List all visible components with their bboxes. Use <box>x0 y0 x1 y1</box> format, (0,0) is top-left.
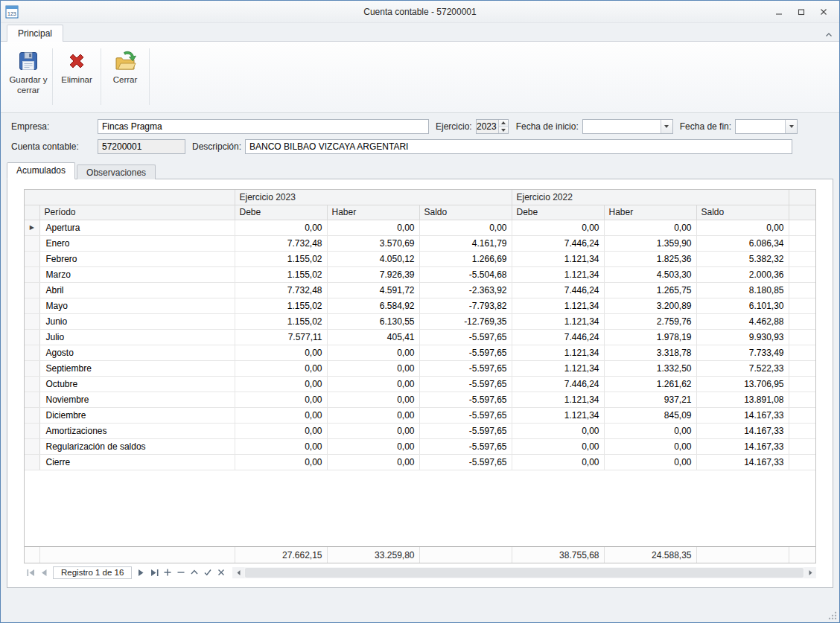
grid-row[interactable]: ▶Apertura0,000,000,000,000,000,00 <box>25 220 815 235</box>
value-cell[interactable]: 0,00 <box>327 423 419 438</box>
grid-row[interactable]: Febrero1.155,024.050,121.266,691.121,341… <box>25 251 815 266</box>
value-cell[interactable]: 7.446,24 <box>512 235 604 251</box>
value-cell[interactable]: 1.359,90 <box>604 235 696 251</box>
value-cell[interactable]: 0,00 <box>327 438 419 454</box>
cuenta-contable-input[interactable] <box>98 139 185 154</box>
value-cell[interactable]: 3.200,89 <box>604 298 696 313</box>
column-header-saldo-2022[interactable]: Saldo <box>696 205 789 220</box>
value-cell[interactable]: 0,00 <box>512 220 604 235</box>
period-cell[interactable]: Cierre <box>39 454 235 470</box>
grid-row[interactable]: Mayo1.155,026.584,92-7.793,821.121,343.2… <box>25 298 815 313</box>
value-cell[interactable]: 1.121,34 <box>512 298 604 313</box>
value-cell[interactable]: -5.597,65 <box>419 438 512 454</box>
value-cell[interactable]: 0,00 <box>235 345 327 360</box>
value-cell[interactable]: 0,00 <box>327 407 419 423</box>
value-cell[interactable]: 1.261,62 <box>604 376 696 392</box>
value-cell[interactable]: 405,41 <box>327 329 419 345</box>
save-and-close-button[interactable]: Guardar y cerrar <box>7 45 50 108</box>
period-cell[interactable]: Mayo <box>39 298 235 313</box>
value-cell[interactable]: 0,00 <box>235 360 327 376</box>
value-cell[interactable]: 845,09 <box>604 407 696 423</box>
value-cell[interactable]: 7.577,11 <box>235 329 327 345</box>
value-cell[interactable]: 1.121,34 <box>512 360 604 376</box>
value-cell[interactable]: 0,00 <box>235 407 327 423</box>
value-cell[interactable]: 7.926,39 <box>327 266 419 282</box>
ejercicio-input[interactable] <box>477 120 498 133</box>
value-cell[interactable]: 3.318,78 <box>604 345 696 360</box>
value-cell[interactable]: 1.265,75 <box>604 282 696 298</box>
column-header-periodo[interactable]: Período <box>39 205 235 220</box>
value-cell[interactable]: 1.121,34 <box>512 313 604 329</box>
cancel-edit-button[interactable] <box>214 566 228 578</box>
value-cell[interactable]: 14.167,33 <box>696 454 789 470</box>
grid-row[interactable]: Julio7.577,11405,41-5.597,657.446,241.97… <box>25 329 815 345</box>
delete-button[interactable]: Eliminar <box>55 45 98 108</box>
value-cell[interactable]: 0,00 <box>235 454 327 470</box>
value-cell[interactable]: 4.462,88 <box>696 313 789 329</box>
value-cell[interactable]: 2.000,36 <box>696 266 789 282</box>
scrollbar-track[interactable] <box>244 567 804 578</box>
next-record-button[interactable] <box>134 566 147 578</box>
value-cell[interactable]: 9.930,93 <box>696 329 789 345</box>
descripcion-input[interactable] <box>245 139 792 154</box>
value-cell[interactable]: 4.050,12 <box>327 251 419 266</box>
value-cell[interactable]: 0,00 <box>235 376 327 392</box>
grid-row[interactable]: Cierre0,000,00-5.597,650,000,0014.167,33 <box>25 454 815 470</box>
value-cell[interactable]: 13.891,08 <box>696 392 789 407</box>
prev-record-button[interactable] <box>37 566 51 578</box>
value-cell[interactable]: 0,00 <box>419 220 512 235</box>
close-form-button[interactable]: Cerrar <box>104 45 147 108</box>
period-cell[interactable]: Junio <box>39 313 235 329</box>
value-cell[interactable]: 0,00 <box>604 454 696 470</box>
grid-row[interactable]: Enero7.732,483.570,694.161,797.446,241.3… <box>25 235 815 251</box>
value-cell[interactable]: 1.121,34 <box>512 407 604 423</box>
value-cell[interactable]: 0,00 <box>235 220 327 235</box>
last-record-button[interactable] <box>147 566 161 578</box>
first-record-button[interactable] <box>24 566 37 578</box>
grid-row[interactable]: Agosto0,000,00-5.597,651.121,343.318,787… <box>25 345 815 360</box>
value-cell[interactable]: 7.446,24 <box>512 329 604 345</box>
horizontal-scrollbar[interactable] <box>232 566 816 578</box>
value-cell[interactable]: 8.180,85 <box>696 282 789 298</box>
period-cell[interactable]: Septiembre <box>39 360 235 376</box>
value-cell[interactable]: -5.597,65 <box>419 345 512 360</box>
value-cell[interactable]: 6.086,34 <box>696 235 789 251</box>
value-cell[interactable]: 4.503,30 <box>604 266 696 282</box>
value-cell[interactable]: 1.121,34 <box>512 251 604 266</box>
grid-row[interactable]: Diciembre0,000,00-5.597,651.121,34845,09… <box>25 407 815 423</box>
fecha-fin-combo[interactable] <box>735 119 798 134</box>
value-cell[interactable]: 14.167,33 <box>696 407 789 423</box>
edit-record-button[interactable] <box>188 566 201 578</box>
value-cell[interactable]: 1.332,50 <box>604 360 696 376</box>
period-cell[interactable]: Marzo <box>39 266 235 282</box>
period-cell[interactable]: Agosto <box>39 345 235 360</box>
value-cell[interactable]: 1.155,02 <box>235 251 327 266</box>
ejercicio-spinner[interactable] <box>476 119 509 134</box>
value-cell[interactable]: -5.597,65 <box>419 423 512 438</box>
period-cell[interactable]: Julio <box>39 329 235 345</box>
value-cell[interactable]: 0,00 <box>235 423 327 438</box>
value-cell[interactable]: 7.732,48 <box>235 282 327 298</box>
maximize-button[interactable] <box>790 4 812 20</box>
value-cell[interactable]: -5.504,68 <box>419 266 512 282</box>
value-cell[interactable]: 14.167,33 <box>696 423 789 438</box>
column-header-debe-2022[interactable]: Debe <box>512 205 604 220</box>
value-cell[interactable]: 0,00 <box>327 392 419 407</box>
value-cell[interactable]: 0,00 <box>604 220 696 235</box>
fecha-fin-input[interactable] <box>736 120 785 133</box>
value-cell[interactable]: 0,00 <box>604 438 696 454</box>
end-edit-button[interactable] <box>201 566 214 578</box>
value-cell[interactable]: -5.597,65 <box>419 360 512 376</box>
column-header-saldo-2023[interactable]: Saldo <box>419 205 512 220</box>
period-cell[interactable]: Apertura <box>39 220 235 235</box>
tab-acumulados[interactable]: Acumulados <box>7 162 75 179</box>
spin-down-button[interactable] <box>499 127 508 134</box>
value-cell[interactable]: 1.155,02 <box>235 266 327 282</box>
ribbon-tab-principal[interactable]: Principal <box>7 25 63 42</box>
value-cell[interactable]: -7.793,82 <box>419 298 512 313</box>
value-cell[interactable]: 7.446,24 <box>512 282 604 298</box>
value-cell[interactable]: 4.591,72 <box>327 282 419 298</box>
value-cell[interactable]: 0,00 <box>327 360 419 376</box>
value-cell[interactable]: 2.759,76 <box>604 313 696 329</box>
value-cell[interactable]: 937,21 <box>604 392 696 407</box>
